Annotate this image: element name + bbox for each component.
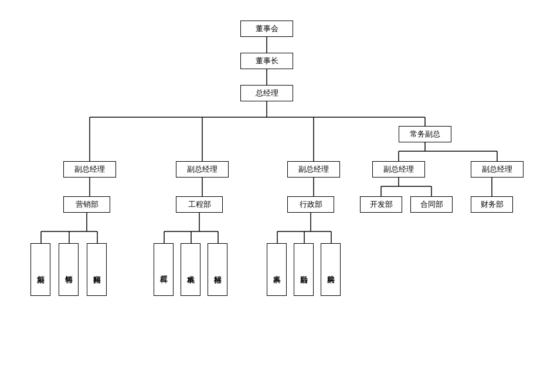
node-cehuake: 策划科 [30,243,50,296]
node-zongjingli: 总经理 [240,85,293,101]
node-renshike: 人事科 [267,243,287,296]
node-xingzhengbu: 行政部 [287,196,334,213]
node-chengbenke: 成本科 [181,243,200,296]
node-vp1: 副总经理 [63,161,116,178]
node-caiwubu: 财务部 [471,196,513,213]
node-vp5: 副总经理 [471,161,524,178]
node-gongchengbu: 工程部 [176,196,223,213]
node-houqinke: 后勤科 [294,243,314,296]
node-vp2: 副总经理 [176,161,229,178]
node-gongchengke: 工程科 [154,243,174,296]
node-xiaoshouke: 销售科 [59,243,79,296]
node-yingxiaobu: 营销部 [63,196,110,213]
node-hetongbu: 合同部 [410,196,453,213]
node-caigouке: 采购科 [321,243,341,296]
node-dongshizhang: 董事长 [240,53,293,69]
node-changwufuzong: 常务副总 [399,126,451,142]
node-vp3: 副总经理 [287,161,340,178]
node-zhaoshangke: 招商科 [87,243,107,296]
node-kaifabu: 开发部 [360,196,402,213]
node-vp4: 副总经理 [372,161,425,178]
node-dongshihui: 董事会 [240,21,293,37]
org-chart: 董事会 董事长 总经理 常务副总 副总经理 副总经理 副总经理 副总经理 副总经… [0,0,554,392]
node-zhaobiaoke: 招标科 [208,243,227,296]
